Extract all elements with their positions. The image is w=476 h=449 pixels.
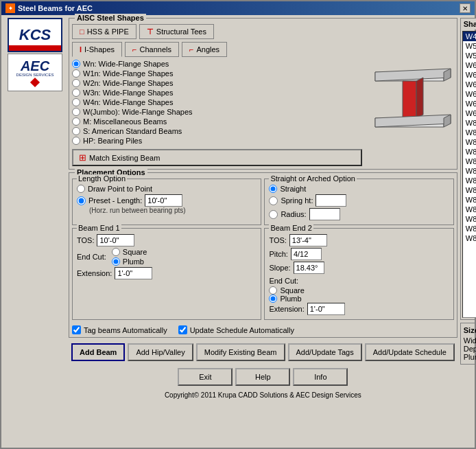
shape-item[interactable]: W8x28: [463, 176, 476, 185]
pitch2-input[interactable]: [291, 248, 322, 260]
copyright: Copyright© 2011 Krupa CADD Solutions & A…: [69, 390, 457, 400]
svg-marker-4: [416, 78, 423, 118]
endcut2-row: End Cut:: [269, 277, 304, 285]
beam-end-2-label: Beam End 2: [269, 224, 313, 232]
endcut1-plumb: Plumb: [112, 257, 147, 266]
exit-button[interactable]: Exit: [178, 368, 233, 386]
shape-item[interactable]: W8x24: [463, 166, 476, 176]
shape-item[interactable]: W6x12: [463, 70, 476, 80]
endcut2-square-input[interactable]: [269, 286, 277, 295]
shape-item[interactable]: W5x16: [463, 41, 476, 51]
shape-item[interactable]: W8x18: [463, 147, 476, 157]
shape-item[interactable]: W5x19: [463, 51, 476, 60]
angle-icon: ⌐: [189, 45, 193, 54]
main-content: KCS AEC DESIGN SERVICES AISC Steel Shape…: [1, 15, 475, 448]
add-update-schedule-button[interactable]: Add/Update Schedule: [365, 343, 455, 361]
extension2-input[interactable]: [307, 303, 345, 315]
radio-wjumbo-input[interactable]: [72, 108, 80, 116]
shape-item[interactable]: W6x16: [463, 80, 476, 89]
radio-straight-input[interactable]: [269, 185, 277, 193]
pitch2-row: Pitch:: [269, 248, 449, 260]
shape-item[interactable]: W8x40: [463, 205, 476, 214]
radio-m: M: Miscellaneous Beams: [72, 117, 362, 126]
add-update-tags-button[interactable]: Add/Update Tags: [288, 343, 362, 361]
radio-draw-point-input[interactable]: [77, 185, 85, 193]
info-button[interactable]: Info: [293, 368, 348, 386]
slope2-input[interactable]: [294, 262, 324, 274]
shape-item[interactable]: W8x13: [463, 128, 476, 137]
tab-angles[interactable]: ⌐ Angles: [182, 42, 227, 57]
shape-item[interactable]: W8x58: [463, 224, 476, 233]
radio-radius-input[interactable]: [269, 210, 278, 219]
radio-w4n-input[interactable]: [72, 98, 80, 106]
radio-preset-input[interactable]: [77, 196, 86, 205]
radio-spring-input[interactable]: [269, 196, 278, 205]
content-area: AISC Steel Shapes □ HSS & PIPE ⊤ Structu…: [69, 18, 457, 445]
tabs-row-1: □ HSS & PIPE ⊤ Structural Tees: [72, 24, 454, 39]
help-button[interactable]: Help: [235, 368, 290, 386]
shape-item[interactable]: W8x21: [463, 157, 476, 166]
match-icon: ⊞: [79, 152, 86, 163]
window-title: Steel Beams for AEC: [18, 4, 93, 12]
radius-row: Radius:: [269, 208, 449, 220]
shape-item[interactable]: W6x25: [463, 108, 476, 118]
radio-wjumbo: W(Jumbo): Wide-Flange Shapes: [72, 108, 362, 116]
tab-i-shapes[interactable]: I I-Shapes: [72, 42, 122, 57]
preset-length-input[interactable]: [145, 194, 182, 207]
tab-hss-pipe[interactable]: □ HSS & PIPE: [72, 24, 136, 39]
radius-input[interactable]: [309, 208, 340, 220]
endcut1-square-input[interactable]: [112, 248, 120, 256]
kcs-logo: KCS: [8, 18, 62, 52]
extension2-row: Extension:: [269, 303, 449, 315]
add-hip-valley-button[interactable]: Add Hip/Valley: [128, 343, 193, 361]
hss-icon: □: [80, 27, 84, 36]
radio-hp-input[interactable]: [72, 137, 80, 145]
add-beam-button[interactable]: Add Beam: [71, 343, 125, 361]
radio-list: Wn: Wide-Flange Shapes W1n: Wide-Flange …: [72, 60, 362, 166]
shape-item[interactable]: W8x67: [463, 233, 476, 243]
shape-item[interactable]: W8x10: [463, 118, 476, 128]
extension1-input[interactable]: [115, 267, 152, 279]
shape-item[interactable]: W8x31: [463, 185, 476, 195]
sizes-title: Sizes: [464, 326, 476, 334]
beam-end-2-group: Beam End 2 TOS: Pitch: Slope:: [264, 228, 453, 320]
aec-diamond: [30, 78, 40, 87]
shape-item[interactable]: W6x15: [463, 89, 476, 99]
shape-list[interactable]: W4x13W5x16W5x19W6x9W6x12W6x16W6x15W6x20W…: [462, 31, 476, 318]
action-buttons-row: Add Beam Add Hip/Valley Modify Existing …: [69, 341, 457, 364]
radio-w1n-input[interactable]: [72, 69, 80, 78]
aisc-group-label: AISC Steel Shapes: [75, 14, 146, 22]
radio-m-input[interactable]: [72, 117, 80, 126]
shape-item[interactable]: W6x20: [463, 99, 476, 108]
spring-ht-input[interactable]: [316, 194, 346, 207]
horz-note: (Horz. run between bearing pts): [77, 207, 257, 214]
radio-wn-input[interactable]: [72, 60, 80, 68]
shape-item[interactable]: W8x48: [463, 214, 476, 224]
radio-w2n-input[interactable]: [72, 79, 80, 87]
tag-beams-row: Tag beams Automatically: [72, 325, 167, 334]
radio-s-input[interactable]: [72, 127, 80, 135]
width-row: Width: 4.06: [464, 336, 476, 345]
shape-item[interactable]: W6x9: [463, 60, 476, 70]
tos1-input[interactable]: [97, 234, 134, 246]
spring-row: Spring ht:: [269, 194, 449, 207]
tos2-input[interactable]: [289, 234, 327, 246]
modify-existing-beam-button[interactable]: Modify Existing Beam: [196, 343, 285, 361]
tab-structural-tees[interactable]: ⊤ Structural Tees: [139, 24, 214, 39]
radio-w2n: W2n: Wide-Flange Shapes: [72, 79, 362, 87]
update-schedule-checkbox[interactable]: [178, 325, 187, 334]
close-button[interactable]: ✕: [460, 3, 471, 13]
shape-item[interactable]: W8x35: [463, 195, 476, 205]
match-existing-beam-button[interactable]: ⊞ Match Existing Beam: [72, 149, 362, 166]
endcut2-plumb-input[interactable]: [269, 295, 277, 303]
tag-beams-checkbox[interactable]: [72, 325, 81, 334]
radio-w3n-input[interactable]: [72, 89, 80, 97]
main-window: ✦ Steel Beams for AEC ✕ KCS AEC DESIGN S…: [0, 0, 476, 449]
endcut1-plumb-input[interactable]: [112, 257, 120, 266]
tos2-row: TOS:: [269, 234, 449, 246]
shape-item[interactable]: W4x13: [463, 32, 476, 41]
tab-channels[interactable]: ⌐ Channels: [125, 42, 179, 57]
length-group: Length Option Draw Point to Point Preset…: [72, 179, 261, 225]
shape-item[interactable]: W8x15: [463, 137, 476, 147]
placement-inner: Length Option Draw Point to Point Preset…: [72, 179, 454, 225]
